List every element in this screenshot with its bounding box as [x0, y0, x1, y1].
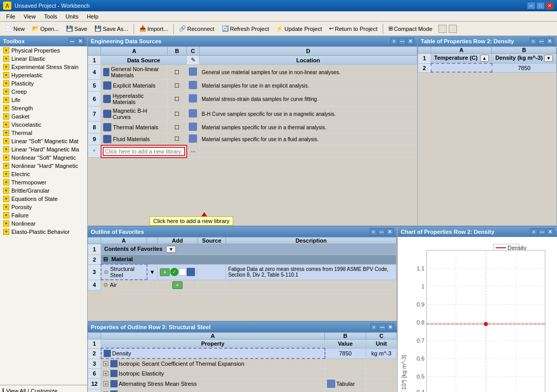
mat-icon: [103, 123, 111, 131]
menu-help[interactable]: Help: [83, 12, 103, 21]
eng-data-pin-button[interactable]: —: [399, 38, 406, 45]
table-row[interactable]: 6 Hyperelastic Materials ☐ Material stre…: [88, 92, 417, 107]
toolbox-item-life[interactable]: + Life: [0, 96, 87, 104]
expand-icon[interactable]: +: [103, 361, 108, 366]
toolbox-item-plasticity[interactable]: + Plasticity: [0, 79, 87, 88]
props-menu-button[interactable]: ≡: [370, 323, 378, 331]
save-button[interactable]: 💾 Save: [63, 23, 90, 35]
tp-sort-button[interactable]: ▲: [480, 55, 489, 62]
add-air-button[interactable]: +: [172, 281, 183, 289]
table-props-close-button[interactable]: ✕: [546, 38, 553, 45]
toolbox-pin-button[interactable]: —: [69, 38, 76, 45]
toolbox-item-linear-elastic[interactable]: + Linear Elastic: [0, 55, 87, 63]
table-row[interactable]: 1 Contents of Favorites ▼: [88, 244, 397, 255]
add-library-row[interactable]: * ···: [88, 145, 417, 158]
toolbox-close-button[interactable]: ✕: [77, 38, 84, 45]
eng-data-menu-button[interactable]: ≡: [390, 38, 398, 45]
toolbox-view-all[interactable]: ℹ View All / Customize...: [0, 385, 87, 392]
table-row[interactable]: 7 Magnetic B-H Curves ☐ B-H Curve sample…: [88, 107, 417, 122]
tp-density-sort-button[interactable]: ▼: [544, 55, 553, 62]
table-props-pin-button[interactable]: —: [538, 38, 545, 45]
toolbox-item-physical[interactable]: + Physical Properties: [0, 46, 87, 55]
maximize-button[interactable]: □: [536, 2, 545, 9]
menu-file[interactable]: File: [2, 12, 20, 21]
toolbox-item-nonlinear-hard-mag[interactable]: + Nonlinear "Hard" Magnetic: [0, 162, 87, 170]
props-close-button[interactable]: ✕: [387, 323, 394, 331]
toolbox-item-thermopower[interactable]: + Thermopower: [0, 178, 87, 186]
add-library-tooltip: Click here to add a new library: [150, 216, 233, 226]
toolbox-item-elasto[interactable]: + Elasto-Plastic Behavior: [0, 228, 87, 236]
add-library-input[interactable]: [103, 147, 185, 156]
update-button[interactable]: ⚡ Update Project: [273, 23, 325, 35]
chart-menu-button[interactable]: ≡: [530, 228, 537, 235]
toolbox-item-brittle[interactable]: + Brittle/Granular: [0, 186, 87, 195]
toolbox-item-creep[interactable]: + Creep: [0, 88, 87, 96]
save-as-button[interactable]: 💾 Save As...: [91, 23, 132, 35]
toolbox-item-gasket[interactable]: + Gasket: [0, 112, 87, 121]
table-row[interactable]: 6 + Isotropic Elasticity: [88, 369, 397, 379]
toolbox-item-thermal[interactable]: + Thermal: [0, 129, 87, 137]
table-props-menu-button[interactable]: ≡: [530, 38, 537, 45]
compact-mode-button[interactable]: ⊞ Compact Mode: [385, 23, 436, 35]
toolbox-item-linear-hard-mag[interactable]: + Linear "Hard" Magnetic Ma: [0, 145, 87, 154]
toolbox-item-electric[interactable]: + Electric: [0, 170, 87, 178]
props-grid[interactable]: A B C 1 Property Value Unit: [88, 332, 397, 392]
chart-close-button[interactable]: ✕: [547, 228, 554, 235]
add-material-button[interactable]: +: [160, 268, 170, 276]
table-props-grid[interactable]: A B 1 Temperature (C) ▲ Density (: [418, 46, 556, 226]
table-row[interactable]: 8 Thermal Materials ☐ Material samples s…: [88, 122, 417, 133]
toolbox-item-hyperelastic[interactable]: + Hyperelastic: [0, 71, 87, 79]
svg-text:0.8: 0.8: [417, 319, 424, 326]
table-row[interactable]: 2 ⊟ Material: [88, 255, 397, 265]
prop-col-a-header: A: [101, 333, 325, 339]
table-row[interactable]: 4 ⚙ Air +: [88, 280, 397, 290]
table-row[interactable]: 5 Explicit Materials ☐ Material samples …: [88, 80, 417, 92]
expand-icon[interactable]: +: [103, 381, 108, 386]
outline-fav-pin-button[interactable]: —: [378, 228, 385, 235]
toolbar-toggle-1[interactable]: [438, 25, 447, 33]
open-button[interactable]: 📂 Open...: [29, 23, 62, 35]
table-row[interactable]: 12 + Alternating Stress Mean Stress: [88, 379, 397, 389]
table-row[interactable]: 4 General Non-linear Materials ☐ General…: [88, 65, 417, 80]
table-row[interactable]: 3 + Isotropic Secant Coefficient of Ther…: [88, 359, 397, 369]
menu-view[interactable]: View: [20, 12, 40, 21]
prop-col-c-header: C: [366, 333, 397, 339]
chart-pin-button[interactable]: —: [538, 228, 546, 235]
new-button[interactable]: 📄 New: [2, 23, 28, 35]
outline-fav-grid[interactable]: A Add Source Description 1: [88, 237, 397, 321]
table-row[interactable]: 16 + Strain-Life Parameters: [88, 389, 397, 393]
toolbar-toggle-2[interactable]: [449, 25, 457, 33]
minimize-button[interactable]: ─: [527, 2, 535, 9]
menu-units[interactable]: Units: [61, 12, 83, 21]
outline-fav-close-button[interactable]: ✕: [386, 228, 394, 235]
favorites-filter-button[interactable]: ▼: [166, 246, 176, 253]
menu-tools[interactable]: Tools: [40, 12, 61, 21]
expand-icon: +: [3, 163, 9, 169]
toolbox-item-failure[interactable]: + Failure: [0, 211, 87, 219]
import-button[interactable]: 📥 Import...: [136, 23, 171, 35]
toolbox-item-porosity[interactable]: + Porosity: [0, 203, 87, 211]
close-button[interactable]: ✕: [546, 2, 554, 9]
source-checkbox[interactable]: [179, 268, 186, 276]
eng-data-grid[interactable]: A B C D 1 Data Source ✎ Location: [88, 46, 417, 226]
refresh-button[interactable]: 🔄 Refresh Project: [219, 23, 272, 35]
toolbox-item-experimental[interactable]: + Experimental Stress Strain: [0, 63, 87, 71]
outline-fav-menu-button[interactable]: ≡: [370, 228, 377, 235]
expand-icon: +: [3, 97, 9, 103]
toolbox-item-viscoelastic[interactable]: + Viscoelastic: [0, 121, 87, 129]
table-row[interactable]: 9 Fluid Materials ☐ Material samples spe…: [88, 133, 417, 145]
eng-data-header: Engineering Data Sources ≡ — ✕: [88, 36, 417, 46]
toolbox-item-equations[interactable]: + Equations of State: [0, 195, 87, 203]
props-pin-button[interactable]: —: [379, 323, 386, 331]
toolbox-item-linear-soft-mag[interactable]: + Linear "Soft" Magnetic Mat: [0, 137, 87, 145]
table-row[interactable]: 2 Density 7850 kg m^-3: [88, 348, 397, 359]
expand-icon[interactable]: +: [103, 371, 108, 376]
eng-data-close-button[interactable]: ✕: [407, 38, 414, 45]
toolbox-item-nonlinear-soft-mag[interactable]: + Nonlinear "Soft" Magnetic: [0, 154, 87, 162]
table-row[interactable]: 2 7850: [418, 63, 556, 72]
table-row[interactable]: 3 ⚙ Structural Steel ▼: [88, 264, 397, 280]
reconnect-button[interactable]: 🔗 Reconnect: [176, 23, 218, 35]
return-button[interactable]: ↩ Return to Project: [326, 23, 381, 35]
toolbox-item-nonlinear[interactable]: + Nonlinear: [0, 219, 87, 228]
toolbox-item-strength[interactable]: + Strength: [0, 104, 87, 112]
